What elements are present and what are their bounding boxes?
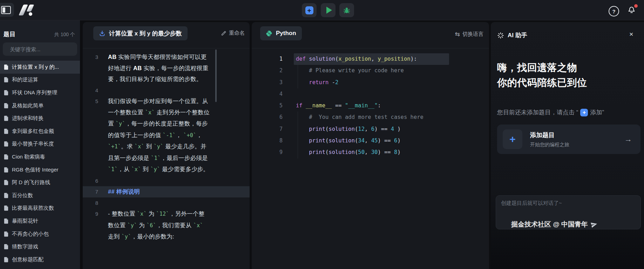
code-line-text: if __name__ == "__main__": (296, 100, 381, 112)
plus-icon: + (503, 129, 522, 149)
document-icon (4, 141, 9, 147)
list-item[interactable]: 和的逆运算 (0, 74, 80, 87)
list-item[interactable]: 古城小游戏计价次数 (0, 266, 80, 269)
md-line-text: - 整数位置 `x` 为 `12`，另外一个整数位置 `y` 为 `6`，我们需… (108, 208, 210, 243)
list-item[interactable]: 不再贪心的小包 (0, 228, 80, 241)
sparkle-icon (497, 32, 504, 39)
list-item[interactable]: 比赛最高获胜次数 (0, 202, 80, 215)
line-number: 8 (252, 135, 283, 147)
line-number: 7 (83, 186, 98, 197)
md-line: 7## 样例说明 (83, 186, 250, 197)
document-icon (4, 103, 9, 109)
list-item[interactable]: 计算位置 x 到 y 的... (0, 61, 80, 74)
sidebar-title: 题目 (4, 30, 15, 38)
code-line: 7 print(solution(12, 6) == 4 ) (252, 123, 489, 135)
rename-label: 重命名 (229, 30, 245, 36)
search-input[interactable] (9, 46, 80, 53)
debug-button[interactable] (339, 3, 354, 17)
problem-list: 计算位置 x 到 y 的... 和的逆运算 环状 DNA 序列整理 及格如此简单… (0, 61, 80, 269)
run-button[interactable] (321, 3, 335, 17)
md-line: 8 (83, 197, 250, 209)
md-line: 6 (83, 175, 250, 187)
list-item-label: 创意标题匹配 (12, 256, 43, 263)
problem-tab[interactable]: 计算位置 x 到 y 的最少步数 (93, 26, 188, 40)
bug-icon (343, 6, 351, 14)
line-number: 6 (83, 175, 98, 187)
language-tab[interactable]: Python (260, 26, 302, 40)
line-number: 8 (83, 197, 98, 209)
notification-badge (634, 4, 638, 8)
document-icon (4, 64, 9, 70)
ai-hint: 您目前还未添加题目，请点击 “ + 添加” (497, 108, 604, 116)
md-line-text (108, 197, 210, 209)
list-item[interactable]: 及格如此简单 (0, 99, 80, 112)
md-line-text: AB 实验同学每天都很苦恼如何可以更好地进行 AB 实验，每一步的流程很重要，我… (108, 52, 210, 85)
chat-input-box (496, 195, 641, 229)
line-number: 1 (252, 53, 283, 65)
switch-language-button[interactable]: ⇆ 切换语言 (455, 31, 483, 38)
sidebar-toggle-icon (1, 6, 11, 14)
md-line: 3AB 实验同学每天都很苦恼如何可以更好地进行 AB 实验，每一步的流程很重要，… (83, 52, 250, 85)
notifications-button[interactable] (627, 5, 637, 16)
code-line-text: print(solution(34, 45) == 6) (296, 135, 401, 147)
list-item[interactable]: 创意标题匹配 (0, 253, 80, 266)
code-line: 4 (252, 88, 489, 100)
code-panel-header: Python ⇆ 切换语言 (252, 22, 489, 48)
list-item[interactable]: 猜数字游戏 (0, 240, 80, 253)
document-icon (4, 244, 9, 250)
code-panel: Python ⇆ 切换语言 1def solution(x_position, … (252, 22, 489, 269)
code-line-text: def solution(x_position, y_position): (294, 53, 449, 65)
list-item-label: RGB 色值转 Integer (12, 167, 59, 173)
list-item-label: 和的逆运算 (12, 76, 38, 83)
markdown-editor[interactable]: 3AB 实验同学每天都很苦恼如何可以更好地进行 AB 实验，每一步的流程很重要，… (83, 48, 250, 269)
card-title: 添加题目 (530, 131, 569, 139)
help-button[interactable]: ? (609, 6, 619, 16)
list-item-label: 拿到最多红包金额 (12, 128, 54, 135)
pencil-icon (221, 31, 226, 36)
list-item-label: 百分位数 (12, 192, 33, 199)
list-item[interactable]: 阿 D 的飞行路线 (0, 176, 80, 189)
problem-title: 计算位置 x 到 y 的最少步数 (109, 29, 182, 38)
description-scrollbar[interactable] (215, 49, 217, 102)
list-item[interactable]: 最小替换子串长度 (0, 138, 80, 151)
close-icon[interactable]: ✕ (629, 31, 633, 38)
line-number: 2 (252, 65, 283, 76)
document-icon (4, 193, 9, 199)
problem-panel-header: 计算位置 x 到 y 的最少步数 重命名 (83, 22, 250, 48)
document-icon (4, 180, 9, 186)
list-item[interactable]: RGB 色值转 Integer (0, 163, 80, 176)
md-line: 4 (83, 85, 250, 96)
code-editor[interactable]: 1def solution(x_position, y_position):2 … (252, 48, 489, 269)
list-item[interactable]: 拿到最多红包金额 (0, 125, 80, 138)
md-line-text (108, 85, 210, 96)
document-icon (4, 154, 9, 160)
list-item-label: 环状 DNA 序列整理 (12, 89, 57, 96)
list-item-label: 计算位置 x 到 y 的... (12, 64, 59, 70)
card-subtitle: 开始您的编程之旅 (530, 142, 569, 148)
md-line: 9- 整数位置 `x` 为 `12`，另外一个整数位置 `y` 为 `6`，我们… (83, 208, 250, 243)
list-item[interactable]: 暴雨梨花针 (0, 215, 80, 228)
import-icon (99, 30, 106, 37)
chat-input[interactable] (496, 196, 640, 229)
language-label: Python (276, 30, 296, 37)
list-item-label: 不再贪心的小包 (12, 231, 49, 237)
list-item-label: 及格如此简单 (12, 102, 43, 109)
document-icon (4, 167, 9, 173)
problem-count: 共 100 个 (54, 32, 75, 38)
list-item[interactable]: 百分位数 (0, 189, 80, 202)
line-number: 3 (252, 77, 283, 88)
line-number: 6 (252, 112, 283, 123)
list-item[interactable]: 进制求和转换 (0, 112, 80, 125)
add-problem-card[interactable]: + 添加题目 开始您的编程之旅 → (497, 125, 640, 154)
rename-button[interactable]: 重命名 (221, 30, 245, 36)
add-icon: + (580, 109, 588, 116)
list-item-label: 暴雨梨花针 (12, 218, 38, 224)
app-window: + ? 题目 共 100 个 (0, 0, 644, 269)
add-problem-button[interactable]: + (302, 3, 317, 17)
line-number: 3 (83, 52, 98, 85)
python-icon (266, 30, 272, 37)
list-item[interactable]: 环状 DNA 序列整理 (0, 86, 80, 99)
list-item[interactable]: Cion 勒索病毒 (0, 150, 80, 163)
sidebar-toggle-button[interactable] (0, 3, 14, 17)
ai-headline: 嗨，找回遗落之物 你的代码陪练已到位 (497, 60, 587, 90)
